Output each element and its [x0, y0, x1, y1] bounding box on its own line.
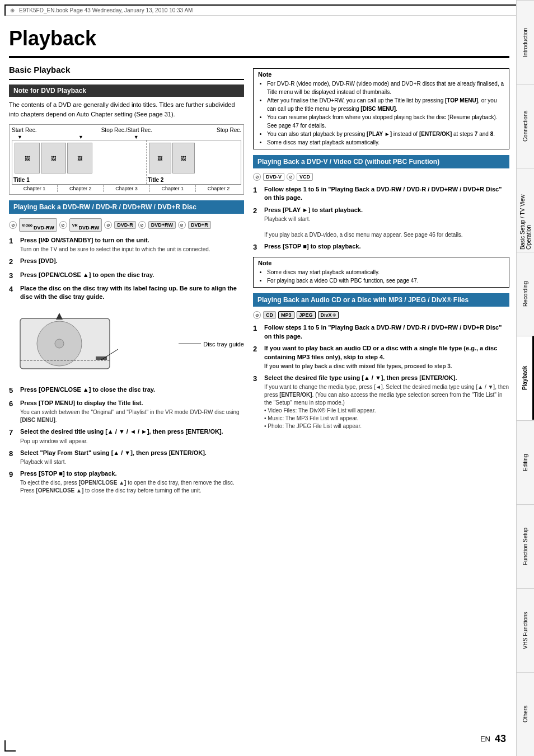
note-for-dvd-box: Note for DVD Playback [9, 84, 244, 97]
vcd-disc-icon: ⊘ [287, 173, 294, 181]
steps-left: 1 Press [I/Φ ON/STANDBY] to turn on the … [9, 236, 244, 302]
dvdv-step-1: 1 Follow steps 1 to 5 in "Playing Back a… [253, 185, 509, 203]
step-8: 8 Select "Play From Start" using [▲ / ▼]… [9, 449, 244, 466]
audio-step-3-sub: If you want to change the media type, pr… [264, 383, 509, 430]
start-rec-label: Start Rec. [12, 127, 36, 133]
step-7-title: Select the desired title using [▲ / ▼ / … [20, 428, 244, 436]
disc-icon-dvdr: ⊘ [104, 221, 112, 229]
step-7-sub: Pop up window will appear. [20, 438, 244, 445]
title2-label: Title 2 [148, 177, 164, 183]
corner-tl [4, 4, 16, 16]
intro-text: The contents of a DVD are generally divi… [9, 100, 244, 119]
right-column: Note For DVD-R (video mode), DVD-RW (vid… [253, 65, 509, 499]
note-callout-main: Note For DVD-R (video mode), DVD-RW (vid… [253, 68, 509, 149]
audio-step-2: 2 If you want to play back an audio CD o… [253, 344, 509, 370]
step-8-title: Select "Play From Start" using [▲ / ▼], … [20, 449, 244, 457]
note-list: For DVD-R (video mode), DVD-RW (video mo… [258, 79, 504, 147]
audio-step-1: 1 Follow steps 1 to 5 in "Playing Back a… [253, 323, 509, 341]
sidebar-tab-editing[interactable]: Editing [517, 420, 534, 504]
step-6-title: Press [TOP MENU] to display the Title li… [20, 399, 244, 407]
step-6: 6 Press [TOP MENU] to display the Title … [9, 399, 244, 424]
chapter-cell-2: Chapter 2 [58, 185, 104, 192]
step-1-sub: Turn on the TV and be sure to select the… [20, 246, 244, 253]
dvdv-note-item-1: Some discs may start playback automatica… [267, 268, 504, 276]
note-item-5: Some discs may start playback automatica… [267, 138, 504, 147]
dvdv-step-3-num: 3 [253, 242, 261, 252]
dvdv-step-2-sub: Playback will start.If you play back a D… [264, 215, 509, 239]
badge-dvdplusr: DVD+R [188, 221, 211, 229]
dvdv-step-2: 2 Press [PLAY ►] to start playback. Play… [253, 206, 509, 239]
step-9-num: 9 [9, 469, 17, 495]
chapter-cell-3: Chapter 3 [104, 185, 149, 192]
sidebar-tab-connections[interactable]: Connections [517, 84, 534, 168]
playing-back-dvdrw-box: Playing Back a DVD-RW / DVD-R / DVD+RW /… [9, 200, 244, 214]
steps-left-2: 5 Press [OPEN/CLOSE ▲] to close the disc… [9, 386, 244, 495]
section-title-basic-playback: Basic Playback [9, 65, 244, 74]
format-badges: ⊘ VideoDVD-RW ⊘ VRDVD-RW ⊘ DVD-R ⊘ DVD+R… [9, 218, 244, 232]
sidebar-tab-basic-setup[interactable]: Basic Setup / TV View Operation [517, 168, 534, 252]
badge-vr-dvdrw: VRDVD-RW [69, 218, 102, 232]
step-1-content: Press [I/Φ ON/STANDBY] to turn on the un… [20, 236, 244, 253]
title-block-1: 🖼 🖼 🖼 Title 1 [12, 140, 147, 184]
disc-icon-dvdrw2: ⊘ [138, 221, 146, 229]
step-7-num: 7 [9, 428, 17, 445]
sidebar-tab-playback[interactable]: Playback [517, 336, 534, 420]
dvdv-step-2-num: 2 [253, 206, 261, 239]
badge-mp3: MP3 [278, 311, 294, 319]
audio-step-3-title: Select the desired file type using [▲ / … [264, 374, 509, 382]
two-column-layout: Basic Playback Note for DVD Playback The… [9, 65, 509, 499]
badge-dvdr: DVD-R [114, 221, 136, 229]
audio-step-1-content: Follow steps 1 to 5 in "Playing Back a D… [264, 323, 509, 341]
sidebar-tab-recording[interactable]: Recording [517, 252, 534, 336]
diagram-labels: Start Rec. Stop Rec./Start Rec. Stop Rec… [12, 127, 241, 133]
badge-video-dvdrw: VideoDVD-RW [19, 218, 57, 232]
page-number: 43 [495, 733, 506, 745]
sidebar-tab-vhs-functions[interactable]: VHS Functions [517, 588, 534, 672]
step-7-content: Select the desired title using [▲ / ▼ / … [20, 428, 244, 445]
note-callout-title: Note [258, 71, 504, 78]
svg-rect-6 [96, 356, 107, 360]
svg-point-2 [55, 339, 64, 348]
stop-start-rec-label: Stop Rec./Start Rec. [101, 127, 152, 133]
disc-icon-dvdplus: ⊘ [178, 221, 186, 229]
step-5-content: Press [OPEN/CLOSE ▲] to close the disc t… [20, 386, 244, 396]
step-6-content: Press [TOP MENU] to display the Title li… [20, 399, 244, 424]
audio-step-2-num: 2 [253, 344, 261, 370]
corner-bl [4, 740, 16, 752]
badge-vcd: VCD [297, 173, 313, 181]
sidebar-tab-others[interactable]: Others [517, 672, 534, 756]
title1-label: Title 1 [13, 177, 30, 183]
disc-tray-guide-label: Disc tray guide [179, 341, 244, 348]
audio-step-2-sub: If you want to play back a disc with mix… [264, 363, 509, 370]
step-4-content: Place the disc on the disc tray with its… [20, 284, 244, 302]
audio-step-2-title: If you want to play back an audio CD or … [264, 344, 509, 361]
chapter-cell-1: Chapter 1 [12, 185, 58, 192]
step-8-content: Select "Play From Start" using [▲ / ▼], … [20, 449, 244, 466]
sidebar-tab-introduction[interactable]: Introduction [517, 0, 534, 84]
title-block-2: 🖼 🖼 Title 2 [147, 140, 241, 184]
badge-divx: DivX® [318, 311, 339, 319]
step-3-num: 3 [9, 271, 17, 281]
dvdv-note-title: Note [258, 260, 504, 266]
dvdv-step-3-title: Press [STOP ■] to stop playback. [264, 242, 509, 251]
dvdv-step-1-title: Follow steps 1 to 5 in "Playing Back a D… [264, 185, 509, 203]
step-9-sub: To eject the disc, press [OPEN/CLOSE ▲] … [20, 479, 244, 495]
sidebar-tab-function-setup[interactable]: Function Setup [517, 504, 534, 588]
arrow-down-1: ▼ [17, 134, 22, 140]
audio-step-3: 3 Select the desired file type using [▲ … [253, 374, 509, 430]
step-1: 1 Press [I/Φ ON/STANDBY] to turn on the … [9, 236, 244, 253]
dvdv-disc-icon: ⊘ [253, 173, 261, 181]
step-3-title: Press [OPEN/CLOSE ▲] to open the disc tr… [20, 271, 244, 279]
dvdv-format-badges: ⊘ DVD-V ⊘ VCD [253, 173, 509, 181]
diagram-inner: 🖼 🖼 🖼 Title 1 🖼 🖼 Title 2 [12, 140, 241, 185]
step-5-num: 5 [9, 386, 17, 396]
guide-line [179, 344, 201, 344]
dvd-diagram: Start Rec. Stop Rec./Start Rec. Stop Rec… [9, 124, 244, 195]
step-2: 2 Press [DVD]. [9, 257, 244, 267]
page-footer: EN 43 [480, 733, 506, 745]
disc-tray-guide-text: Disc tray guide [203, 341, 244, 348]
step-1-title: Press [I/Φ ON/STANDBY] to turn on the un… [20, 236, 244, 245]
page-title: Playback [9, 16, 509, 58]
dvdv-note-list: Some discs may start playback automatica… [258, 268, 504, 285]
lang-label: EN [480, 735, 490, 743]
